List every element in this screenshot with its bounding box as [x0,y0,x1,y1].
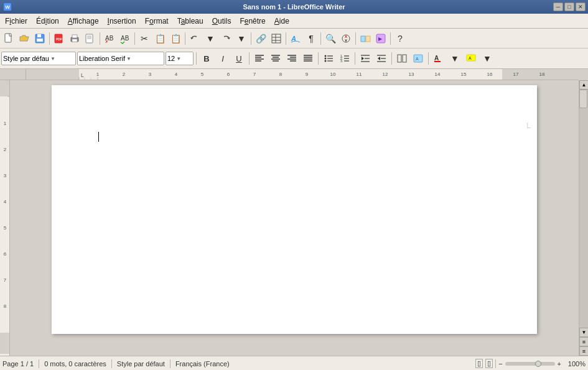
undo-dropdown-button[interactable]: ▼ [203,31,218,46]
italic-button[interactable]: I [215,51,230,66]
svg-rect-103 [0,96,10,333]
align-right-button[interactable] [284,51,299,66]
nonprinting-button[interactable]: ¶ [304,31,319,46]
svg-point-50 [325,60,327,62]
undo-button[interactable] [187,31,202,46]
scroll-extra-btn1[interactable]: ≡ [579,337,588,346]
selection-mode-icon[interactable]: ▯ [475,359,483,368]
new-button[interactable] [1,31,16,46]
underline-button[interactable]: U [231,51,246,66]
highlight-button[interactable]: A [464,51,478,66]
svg-rect-68 [398,55,401,62]
scroll-thumb[interactable] [579,90,587,108]
align-left-button[interactable] [252,51,267,66]
insert-mode-icon[interactable]: ▯ [485,359,493,368]
copy-button[interactable]: 📋 [152,31,167,46]
find-button[interactable]: 🔍 [323,31,338,46]
titlebar: W Sans nom 1 - LibreOffice Writer ─ □ ✕ [0,0,588,14]
scroll-down-button[interactable]: ▼ [579,328,588,337]
zoom-level: 100% [564,360,586,368]
table-button[interactable] [269,31,284,46]
menu-fichier[interactable]: Fichier [1,16,31,27]
bullets-button[interactable] [321,51,336,66]
statusbar-left: Page 1 / 1 0 mots, 0 caractères Style pa… [2,359,470,368]
menu-affichage[interactable]: Affichage [64,16,103,27]
menu-insertion[interactable]: Insertion [104,16,140,27]
vertical-scrollbar[interactable]: ▲ ▼ ≡ ≡ [579,80,588,356]
menu-aide[interactable]: Aide [271,16,293,27]
separator [318,52,319,65]
align-center-button[interactable] [268,51,283,66]
menu-edition[interactable]: Édition [32,16,63,27]
size-value: 12 [167,55,175,62]
svg-text:A: A [416,57,419,61]
status-separator [495,359,496,368]
document-scroll[interactable]: └ [10,80,579,356]
zoom-thumb[interactable] [535,361,541,367]
minimize-button[interactable]: ─ [553,2,563,11]
maximize-button[interactable]: □ [564,2,574,11]
status-separator [39,359,39,368]
separator [355,52,355,65]
print-button[interactable] [67,31,82,46]
separator [196,52,197,65]
font-size-dropdown[interactable]: 12 ▼ [166,52,194,65]
main-area: 1 2 3 4 5 6 7 8 └ ▲ ▼ [0,80,588,356]
page-corner-mark: └ [525,123,531,132]
autocorrect-button[interactable]: AB [118,31,133,46]
menu-format[interactable]: Format [141,16,172,27]
redo-button[interactable] [218,31,233,46]
svg-text:11: 11 [357,72,362,77]
cut-button[interactable]: ✂ [137,31,152,46]
increase-indent-button[interactable] [374,51,389,66]
separator [251,32,251,45]
scroll-up-button[interactable]: ▲ [579,80,588,90]
document-page[interactable]: └ [52,85,537,334]
scroll-extra-btn2[interactable]: ≡ [579,346,588,356]
svg-text:7: 7 [4,277,7,283]
highlight-dropdown[interactable]: ▼ [480,51,495,66]
font-family-dropdown[interactable]: Liberation Serif ▼ [77,52,164,65]
gallery-button[interactable] [358,31,373,46]
window-controls[interactable]: ─ □ ✕ [553,2,586,11]
font-color-dropdown[interactable]: ▼ [447,51,462,66]
svg-text:L: L [81,72,84,78]
font-color-button[interactable]: A [431,51,446,66]
save-button[interactable] [32,31,47,46]
justify-button[interactable] [301,51,315,66]
zoom-slider[interactable] [505,362,555,366]
zoom-in-icon[interactable]: + [558,360,561,368]
styles-button[interactable]: A [411,51,426,66]
menu-tableau[interactable]: Tableau [174,16,207,27]
close-button[interactable]: ✕ [576,2,586,11]
pdf-button[interactable]: PDF [52,31,67,46]
menu-outils[interactable]: Outils [208,16,235,27]
paste-button[interactable]: 📋 [168,31,183,46]
paragraph-style: Style par défaut [117,360,165,368]
help-button[interactable]: ? [393,31,408,46]
svg-text:5: 5 [201,72,204,77]
status-separator [170,359,170,368]
svg-rect-69 [403,55,406,62]
numbering-button[interactable]: 1.2.3. [337,51,352,66]
zoom-out-icon[interactable]: − [498,360,502,368]
columns-button[interactable] [394,51,409,66]
hyperlink-button[interactable]: 🔗 [253,31,268,46]
open-button[interactable] [17,31,32,46]
paragraph-style-dropdown[interactable]: Style par défau ▼ [1,52,76,65]
navigator-button[interactable] [338,31,353,46]
fontwork-button[interactable]: A [288,31,303,46]
bold-button[interactable]: B [199,51,214,66]
svg-rect-102 [0,80,10,96]
preview-button[interactable] [83,31,98,46]
scroll-track[interactable] [579,90,588,328]
svg-text:3: 3 [149,72,152,77]
spellcheck-button[interactable]: AB✗ [102,31,117,46]
svg-text:8: 8 [279,72,282,77]
decrease-indent-button[interactable] [358,51,373,66]
svg-marker-26 [345,35,347,38]
redo-dropdown-button[interactable]: ▼ [234,31,249,46]
svg-text:4: 4 [175,72,178,77]
menu-fenetre[interactable]: Fenêtre [236,16,269,27]
macro-button[interactable]: ▶ [373,31,388,46]
